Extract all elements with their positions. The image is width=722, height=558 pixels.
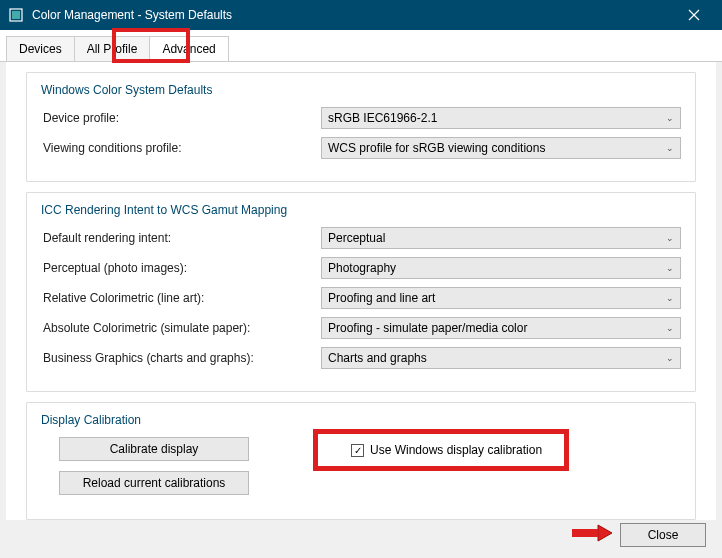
dropdown-device-profile[interactable]: sRGB IEC61966-2.1 ⌄ bbox=[321, 107, 681, 129]
dropdown-value: Photography bbox=[328, 261, 666, 275]
titlebar: Color Management - System Defaults bbox=[0, 0, 722, 30]
dropdown-value: Proofing - simulate paper/media color bbox=[328, 321, 666, 335]
tab-advanced[interactable]: Advanced bbox=[149, 36, 228, 61]
label-business: Business Graphics (charts and graphs): bbox=[41, 351, 321, 365]
label-absolute: Absolute Colorimetric (simulate paper): bbox=[41, 321, 321, 335]
tab-all-profiles[interactable]: All Profile bbox=[74, 36, 151, 61]
group-title-wcs: Windows Color System Defaults bbox=[41, 83, 681, 97]
window-title: Color Management - System Defaults bbox=[32, 8, 674, 22]
calibration-buttons: Calibrate display Reload current calibra… bbox=[41, 437, 341, 505]
tab-devices[interactable]: Devices bbox=[6, 36, 75, 61]
dropdown-value: Charts and graphs bbox=[328, 351, 666, 365]
row-absolute: Absolute Colorimetric (simulate paper): … bbox=[41, 317, 681, 339]
row-viewing-conditions: Viewing conditions profile: WCS profile … bbox=[41, 137, 681, 159]
arrow-icon bbox=[570, 521, 614, 548]
label-default-intent: Default rendering intent: bbox=[41, 231, 321, 245]
calibrate-display-button[interactable]: Calibrate display bbox=[59, 437, 249, 461]
tab-bar: Devices All Profile Advanced bbox=[0, 30, 722, 62]
close-button[interactable]: Close bbox=[620, 523, 706, 547]
dropdown-value: WCS profile for sRGB viewing conditions bbox=[328, 141, 666, 155]
group-icc-mapping: ICC Rendering Intent to WCS Gamut Mappin… bbox=[26, 192, 696, 392]
chevron-down-icon: ⌄ bbox=[666, 353, 674, 363]
close-icon bbox=[688, 9, 700, 21]
group-title-calibration: Display Calibration bbox=[41, 413, 681, 427]
footer: Close bbox=[570, 521, 706, 548]
dropdown-value: sRGB IEC61966-2.1 bbox=[328, 111, 666, 125]
svg-rect-1 bbox=[12, 11, 20, 19]
window-icon bbox=[8, 7, 24, 23]
row-relative: Relative Colorimetric (line art): Proofi… bbox=[41, 287, 681, 309]
dropdown-value: Proofing and line art bbox=[328, 291, 666, 305]
use-windows-calibration-checkbox[interactable]: ✓ Use Windows display calibration bbox=[341, 437, 552, 463]
chevron-down-icon: ⌄ bbox=[666, 113, 674, 123]
checkbox-icon: ✓ bbox=[351, 444, 364, 457]
reload-calibrations-button[interactable]: Reload current calibrations bbox=[59, 471, 249, 495]
dropdown-relative[interactable]: Proofing and line art ⌄ bbox=[321, 287, 681, 309]
group-wcs-defaults: Windows Color System Defaults Device pro… bbox=[26, 72, 696, 182]
dropdown-perceptual[interactable]: Photography ⌄ bbox=[321, 257, 681, 279]
dropdown-default-intent[interactable]: Perceptual ⌄ bbox=[321, 227, 681, 249]
group-display-calibration: Display Calibration Calibrate display Re… bbox=[26, 402, 696, 520]
label-device-profile: Device profile: bbox=[41, 111, 321, 125]
label-perceptual: Perceptual (photo images): bbox=[41, 261, 321, 275]
window-close-button[interactable] bbox=[674, 0, 714, 30]
chevron-down-icon: ⌄ bbox=[666, 233, 674, 243]
calibration-row: Calibrate display Reload current calibra… bbox=[41, 437, 681, 505]
checkbox-label: Use Windows display calibration bbox=[370, 443, 542, 457]
chevron-down-icon: ⌄ bbox=[666, 143, 674, 153]
group-title-icc: ICC Rendering Intent to WCS Gamut Mappin… bbox=[41, 203, 681, 217]
tab-content: Windows Color System Defaults Device pro… bbox=[6, 62, 716, 520]
chevron-down-icon: ⌄ bbox=[666, 263, 674, 273]
dropdown-value: Perceptual bbox=[328, 231, 666, 245]
label-relative: Relative Colorimetric (line art): bbox=[41, 291, 321, 305]
svg-rect-2 bbox=[572, 529, 598, 537]
dropdown-viewing-conditions[interactable]: WCS profile for sRGB viewing conditions … bbox=[321, 137, 681, 159]
dropdown-business[interactable]: Charts and graphs ⌄ bbox=[321, 347, 681, 369]
row-business: Business Graphics (charts and graphs): C… bbox=[41, 347, 681, 369]
row-device-profile: Device profile: sRGB IEC61966-2.1 ⌄ bbox=[41, 107, 681, 129]
chevron-down-icon: ⌄ bbox=[666, 323, 674, 333]
row-perceptual: Perceptual (photo images): Photography ⌄ bbox=[41, 257, 681, 279]
chevron-down-icon: ⌄ bbox=[666, 293, 674, 303]
row-default-intent: Default rendering intent: Perceptual ⌄ bbox=[41, 227, 681, 249]
dropdown-absolute[interactable]: Proofing - simulate paper/media color ⌄ bbox=[321, 317, 681, 339]
label-viewing-conditions: Viewing conditions profile: bbox=[41, 141, 321, 155]
